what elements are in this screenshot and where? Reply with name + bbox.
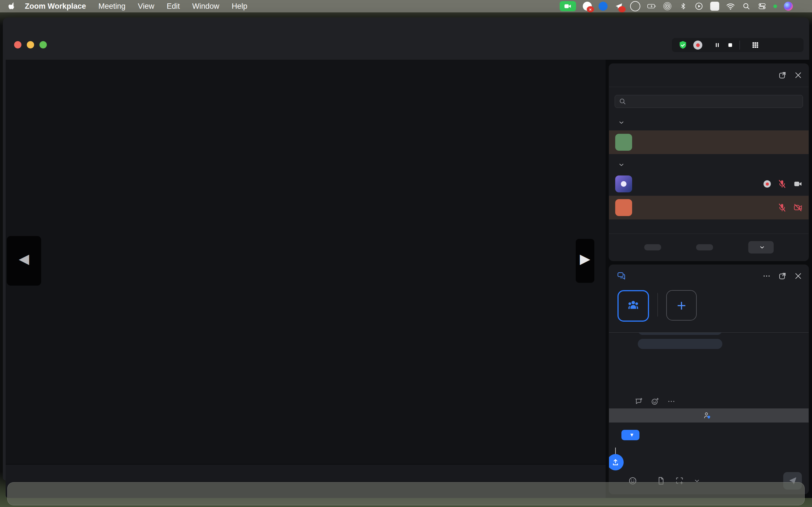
divider [740, 41, 740, 50]
stop-recording-button[interactable] [726, 41, 734, 49]
chat-bubbles-icon [617, 271, 626, 281]
control-center-icon[interactable] [758, 2, 767, 11]
menu-status-icons: × [560, 1, 807, 11]
menu-item-edit[interactable]: Edit [167, 2, 180, 11]
caret-down-icon: ▼ [629, 432, 635, 438]
popout-icon[interactable] [778, 272, 786, 280]
recipient-row: ▼ [609, 422, 809, 440]
reply-icon[interactable] [635, 397, 643, 406]
mic-muted-icon[interactable] [777, 179, 786, 188]
status-dot-icon [773, 4, 777, 8]
chat-message[interactable] [638, 333, 722, 335]
camera-on-icon[interactable] [794, 179, 802, 188]
siri-icon[interactable] [784, 2, 793, 11]
chevron-down-icon[interactable] [618, 161, 625, 168]
screen: Zoom WorkplaceMeetingViewEditWindowHelp … [0, 0, 812, 507]
tab-new-chat[interactable]: + [666, 290, 697, 324]
participant-row-host[interactable] [609, 172, 809, 196]
participants-header [609, 64, 809, 87]
participant-gallery [11, 94, 598, 425]
zoom-menu-icon[interactable] [599, 2, 608, 11]
chat-header [609, 265, 809, 287]
bluetooth-icon[interactable] [679, 2, 688, 11]
play-icon[interactable] [695, 2, 703, 11]
previous-page-arrow-icon: ◀ [19, 252, 29, 266]
mute-all-button[interactable] [696, 244, 713, 250]
participant-row-waiting[interactable] [609, 130, 809, 154]
menu-item-meeting[interactable]: Meeting [98, 2, 125, 11]
participant-row-guest[interactable] [609, 196, 809, 219]
menu-item-zoom-workplace[interactable]: Zoom Workplace [25, 2, 86, 11]
security-shield-icon[interactable] [678, 40, 688, 50]
add-reaction-icon[interactable] [651, 397, 659, 406]
telegram-menu-icon[interactable] [614, 2, 623, 11]
more-button[interactable] [748, 241, 774, 253]
minimize-window-button[interactable] [27, 41, 34, 48]
zoom-window: ◀ ▶ [3, 17, 809, 481]
chat-messages [609, 333, 809, 393]
participants-panel [609, 64, 809, 261]
more-options-icon[interactable] [667, 397, 675, 406]
next-page-arrow-icon: ▶ [580, 252, 591, 266]
chat-panel: + ▼ [609, 265, 809, 494]
message-actions [609, 393, 809, 408]
message-input[interactable] [609, 440, 809, 458]
chat-message[interactable] [638, 339, 722, 349]
camera-off-icon[interactable] [794, 203, 802, 212]
privacy-banner[interactable] [609, 408, 809, 422]
menu-item-window[interactable]: Window [192, 2, 219, 11]
battery-icon[interactable] [647, 2, 656, 11]
wifi-icon[interactable] [726, 2, 735, 11]
arrow-up-icon [611, 458, 620, 466]
recipient-selector[interactable]: ▼ [621, 430, 640, 440]
chevron-down-icon[interactable] [618, 119, 625, 126]
recording-indicator-icon [693, 41, 702, 50]
dock [7, 482, 805, 505]
menu-item-help[interactable]: Help [232, 2, 248, 11]
mic-muted-icon[interactable] [777, 203, 786, 212]
avatar [615, 175, 632, 192]
previous-page-button[interactable]: ◀ [7, 236, 41, 286]
more-options-icon[interactable] [762, 272, 771, 280]
input-source-icon[interactable] [710, 2, 719, 11]
chat-tabs: + [609, 287, 809, 332]
next-page-button[interactable]: ▶ [576, 239, 594, 283]
pause-recording-button[interactable] [714, 41, 721, 49]
menu-items: Zoom WorkplaceMeetingViewEditWindowHelp [25, 2, 247, 11]
camera-active-icon[interactable] [560, 1, 576, 11]
view-grid-icon[interactable] [751, 41, 760, 49]
avatar [615, 134, 632, 151]
participants-actions [609, 233, 809, 261]
apple-menu-icon[interactable] [7, 1, 17, 11]
avatar [615, 199, 632, 216]
spotlight-icon[interactable] [742, 2, 751, 11]
imo-menu-icon[interactable] [630, 1, 640, 11]
close-icon[interactable] [794, 272, 802, 280]
menu-item-view[interactable]: View [138, 2, 154, 11]
close-window-button[interactable] [14, 41, 21, 48]
scroll-to-latest-button[interactable] [609, 454, 624, 470]
people-icon [626, 298, 641, 313]
invite-button[interactable] [644, 244, 661, 250]
search-icon [619, 98, 626, 105]
privacy-shield-icon [703, 411, 711, 420]
tab-everyone[interactable] [617, 290, 649, 325]
popout-icon[interactable] [778, 71, 786, 79]
waiting-room-header[interactable] [615, 119, 802, 126]
participants-search-input[interactable] [615, 95, 803, 108]
joined-header[interactable] [615, 161, 802, 168]
recording-dot-icon [763, 180, 771, 187]
chevron-down-icon [759, 244, 765, 250]
close-icon[interactable] [794, 71, 802, 79]
hotspot-icon[interactable] [663, 2, 672, 11]
app-badge-icon[interactable]: × [583, 2, 592, 11]
menu-bar: Zoom WorkplaceMeetingViewEditWindowHelp … [0, 0, 812, 12]
recording-pill [672, 38, 804, 52]
plus-icon: + [666, 290, 697, 321]
zoom-window-button[interactable] [40, 41, 47, 48]
